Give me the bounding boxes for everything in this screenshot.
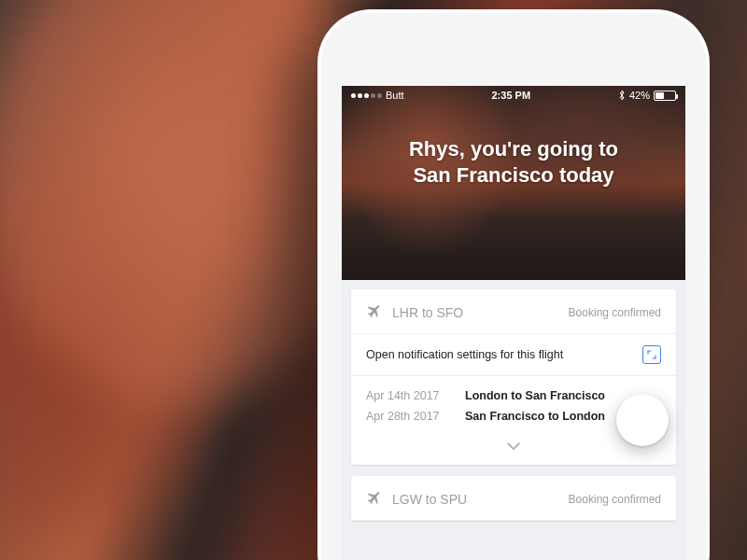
status-bar: Butt 2:35 PM 42% [342,86,685,105]
hero-section: Butt 2:35 PM 42% Rhys, you're going to [342,86,685,280]
route-label: LHR to SFO [392,305,463,320]
airplane-icon [366,489,383,509]
greeting-text: Rhys, you're going to San Francisco toda… [342,105,685,189]
clock-label: 2:35 PM [491,90,530,101]
notification-settings-row[interactable]: Open notification settings for this flig… [351,334,676,376]
carrier-label: Butt [386,90,404,101]
booking-status: Booking confirmed [569,306,661,319]
airplane-icon [366,302,383,322]
leg-route: San Francisco to London [465,410,605,423]
leg-date: Apr 14th 2017 [366,389,450,402]
bluetooth-icon [618,90,626,101]
booking-status: Booking confirmed [569,493,661,506]
greeting-line-2: San Francisco today [360,162,667,189]
signal-strength-icon [351,93,382,98]
phone-screen: Butt 2:35 PM 42% Rhys, you're going to [342,86,685,560]
leg-date: Apr 28th 2017 [366,410,450,423]
leg-route: London to San Francisco [465,389,605,402]
battery-icon [654,91,676,101]
floating-action-button[interactable] [616,394,669,446]
phone-frame: Butt 2:35 PM 42% Rhys, you're going to [317,9,710,560]
route-label: LGW to SPU [392,492,467,507]
expand-icon[interactable] [642,345,661,364]
card-header: LGW to SPU Booking confirmed [351,476,676,521]
flight-card[interactable]: LGW to SPU Booking confirmed [351,476,676,521]
chevron-down-icon [506,440,521,454]
notification-settings-label: Open notification settings for this flig… [366,348,563,361]
flight-leg: Apr 14th 2017 London to San Francisco [366,385,661,406]
card-header: LHR to SFO Booking confirmed [351,289,676,334]
greeting-line-1: Rhys, you're going to [360,136,667,162]
battery-pct-label: 42% [629,90,650,101]
